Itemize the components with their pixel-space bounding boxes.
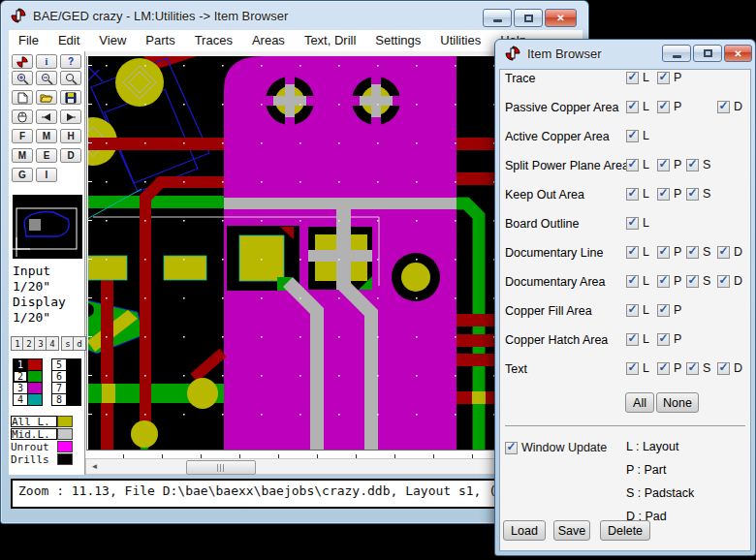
- save-button[interactable]: Save: [553, 520, 590, 541]
- checkbox-p-documentary-area[interactable]: [657, 275, 670, 288]
- menu-utilities[interactable]: Utilities: [430, 30, 490, 51]
- checkbox-p-trace[interactable]: [657, 72, 670, 84]
- layer-class-label[interactable]: All L.: [11, 416, 57, 427]
- horizontal-scrollbar[interactable]: ◄: [85, 458, 495, 475]
- layer-class-label[interactable]: Unrout: [11, 441, 57, 452]
- tool-button-e[interactable]: E: [36, 148, 57, 163]
- checkbox-l-copper-fill-area[interactable]: [626, 304, 639, 317]
- info-icon[interactable]: i: [36, 54, 57, 69]
- menu-view[interactable]: View: [89, 30, 136, 51]
- layer-number-7[interactable]: 7: [52, 383, 66, 393]
- checkbox-s-documentary-line[interactable]: [686, 246, 699, 259]
- layer-class-swatch[interactable]: [57, 416, 73, 427]
- layer-number-5[interactable]: 5: [52, 359, 66, 370]
- dialog-minimize-button[interactable]: [662, 45, 691, 62]
- zoom-window-icon[interactable]: [60, 71, 81, 85]
- checkbox-s-split-power-plane-area[interactable]: [686, 159, 699, 171]
- load-button[interactable]: Load: [503, 520, 546, 541]
- checkbox-l-documentary-area[interactable]: [626, 275, 639, 288]
- layer-number-1[interactable]: 1: [14, 359, 27, 370]
- checkbox-s-keep-out-area[interactable]: [686, 188, 699, 201]
- checkbox-s-documentary-area[interactable]: [686, 275, 699, 288]
- menu-parts[interactable]: Parts: [136, 30, 184, 51]
- tool-button-h[interactable]: H: [60, 129, 81, 143]
- next-arrow-icon[interactable]: [60, 109, 81, 124]
- layer-color-swatch-3[interactable]: [28, 383, 42, 393]
- grid-button-4[interactable]: 4: [46, 336, 59, 351]
- checkbox-l-trace[interactable]: [626, 72, 639, 84]
- bae-logo-button[interactable]: [12, 54, 33, 69]
- layer-color-swatch-8[interactable]: [67, 394, 80, 405]
- checkbox-l-text[interactable]: [626, 362, 639, 375]
- delete-button[interactable]: Delete: [600, 520, 650, 541]
- checkbox-p-copper-fill-area[interactable]: [657, 304, 670, 317]
- checkbox-l-keep-out-area[interactable]: [626, 188, 639, 201]
- checkbox-d-documentary-area[interactable]: [717, 275, 730, 288]
- checkbox-l-split-power-plane-area[interactable]: [626, 159, 639, 171]
- none-button[interactable]: None: [656, 392, 699, 413]
- window-update-checkbox[interactable]: [505, 442, 518, 454]
- checkbox-s-text[interactable]: [686, 362, 699, 375]
- layer-color-swatch-6[interactable]: [67, 371, 80, 382]
- all-button[interactable]: All: [625, 392, 654, 413]
- layer-number-6[interactable]: 6: [52, 371, 66, 382]
- tool-button-i[interactable]: I: [36, 168, 57, 182]
- layer-number-3[interactable]: 3: [14, 383, 27, 393]
- maximize-button[interactable]: [514, 9, 543, 27]
- checkbox-p-passive-copper-area[interactable]: [657, 101, 670, 113]
- menu-settings[interactable]: Settings: [365, 30, 430, 51]
- layer-number-8[interactable]: 8: [52, 394, 66, 405]
- close-button[interactable]: ✕: [545, 9, 577, 27]
- checkbox-l-active-copper-area[interactable]: [626, 130, 639, 142]
- menu-edit[interactable]: Edit: [48, 30, 89, 51]
- checkbox-d-text[interactable]: [717, 362, 730, 375]
- checkbox-p-split-power-plane-area[interactable]: [657, 159, 670, 171]
- tool-button-f[interactable]: F: [12, 129, 33, 143]
- scrollbar-thumb[interactable]: [186, 460, 256, 475]
- open-file-icon[interactable]: [36, 90, 57, 105]
- checkbox-d-documentary-line[interactable]: [717, 246, 730, 259]
- layer-class-label[interactable]: Mid.L.: [11, 428, 57, 440]
- layer-color-swatch-7[interactable]: [67, 383, 80, 393]
- tool-button-m2[interactable]: M: [12, 148, 33, 163]
- overview-panel[interactable]: [13, 195, 82, 259]
- layer-class-swatch[interactable]: [57, 428, 73, 440]
- layer-number-4[interactable]: 4: [14, 394, 27, 405]
- prev-arrow-icon[interactable]: [36, 109, 57, 124]
- save-file-icon[interactable]: [60, 90, 81, 105]
- checkbox-p-documentary-line[interactable]: [657, 246, 670, 259]
- checkbox-l-board-outline[interactable]: [626, 217, 639, 230]
- checkbox-p-text[interactable]: [657, 362, 670, 375]
- menu-traces[interactable]: Traces: [185, 30, 242, 51]
- tool-button-g[interactable]: G: [12, 168, 33, 182]
- layer-color-swatch-4[interactable]: [28, 394, 42, 405]
- menu-file[interactable]: File: [9, 30, 48, 51]
- checkbox-l-copper-hatch-area[interactable]: [626, 333, 639, 346]
- tool-button-m1[interactable]: M: [36, 129, 57, 143]
- menu-areas[interactable]: Areas: [242, 30, 295, 51]
- layer-color-swatch-1[interactable]: [28, 359, 42, 370]
- dialog-maximize-button[interactable]: [693, 45, 722, 62]
- layer-number-2[interactable]: 2: [14, 371, 27, 382]
- zoom-out-icon[interactable]: [36, 71, 57, 85]
- layer-class-swatch[interactable]: [57, 441, 73, 452]
- help-icon[interactable]: ?: [60, 54, 81, 69]
- pcb-canvas[interactable]: [86, 56, 496, 450]
- zoom-in-icon[interactable]: [12, 71, 33, 85]
- checkbox-d-passive-copper-area[interactable]: [717, 101, 730, 113]
- layer-color-swatch-5[interactable]: [67, 359, 80, 370]
- mouse-icon[interactable]: [12, 109, 33, 124]
- layer-color-swatch-2[interactable]: [28, 371, 42, 382]
- grid-button-d[interactable]: d: [73, 336, 86, 351]
- layer-class-swatch[interactable]: [57, 453, 73, 465]
- checkbox-l-documentary-line[interactable]: [626, 246, 639, 259]
- checkbox-p-copper-hatch-area[interactable]: [657, 333, 670, 346]
- menu-text-drill[interactable]: Text, Drill: [295, 30, 365, 51]
- new-file-icon[interactable]: [12, 90, 33, 105]
- checkbox-p-keep-out-area[interactable]: [657, 188, 670, 201]
- tool-button-d[interactable]: D: [60, 148, 81, 163]
- layer-class-label[interactable]: Drills: [11, 453, 57, 465]
- checkbox-l-passive-copper-area[interactable]: [626, 101, 639, 113]
- minimize-button[interactable]: [483, 9, 512, 27]
- dialog-close-button[interactable]: ✕: [724, 45, 752, 62]
